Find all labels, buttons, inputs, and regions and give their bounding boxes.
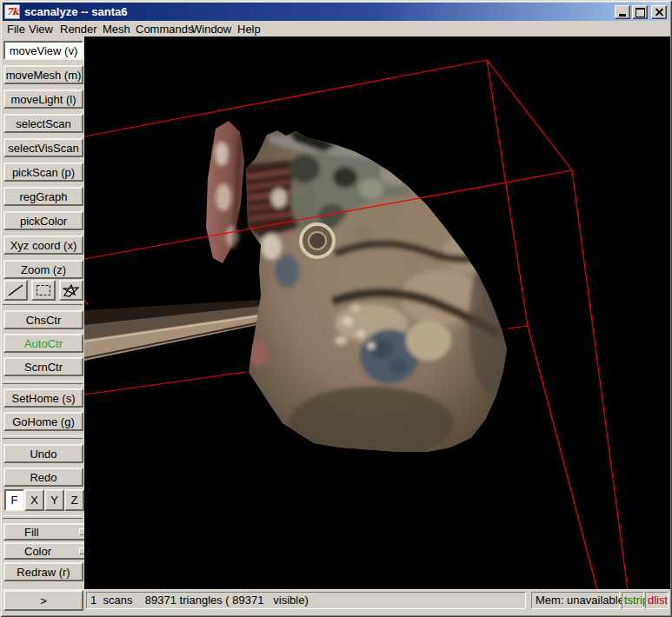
selectvisscan-button[interactable]: selectVisScan [3,138,83,157]
line-tool-button[interactable] [3,280,28,301]
rect-select-button[interactable] [31,280,56,301]
separator [3,302,83,305]
app-icon-glyph: 7k [6,6,17,17]
color-option-label: Color [24,545,51,558]
gohome-button[interactable]: GoHome (g) [3,412,83,431]
mesh-disc [301,224,334,257]
movelight-button[interactable]: moveLight (l) [3,90,83,109]
mesh-horn [206,121,244,263]
close-button[interactable] [651,5,667,19]
xyzcoord-button[interactable]: Xyz coord (x) [3,236,83,255]
expand-button[interactable]: > [3,590,83,611]
pickcolor-button[interactable]: pickColor [3,211,83,230]
polygon-select-button[interactable] [59,280,83,301]
selectscan-button[interactable]: selectScan [3,114,83,133]
beam-prop [84,300,268,361]
title-bar[interactable]: 7k scanalyze -- santa6 [3,3,669,21]
maximize-icon [635,8,645,17]
separator [3,381,83,384]
menu-render[interactable]: Render [60,23,97,36]
moveview-button[interactable]: moveView (v) [3,41,83,60]
autoctr-button[interactable]: AutoCtr [3,334,83,353]
pickscan-button[interactable]: pickScan (p) [3,163,83,182]
movemesh-button[interactable]: moveMesh (m) [3,65,83,84]
minimize-icon [619,14,626,17]
chsctr-button[interactable]: ChsCtr [3,310,83,329]
menu-mesh[interactable]: Mesh [103,23,130,36]
minimize-button[interactable] [615,5,630,19]
window-title: scanalyze -- santa6 [24,5,128,18]
menu-window[interactable]: Window [191,23,231,36]
tool-sidebar: moveView (v) moveMesh (m) moveLight (l) … [3,36,84,589]
status-bar: > 1 scans 89371 triangles ( 89371 visibl… [3,589,669,614]
scan-info-status: 1 scans 89371 triangles ( 89371 visible) [86,592,526,609]
menu-help[interactable]: Help [237,23,261,36]
axis-f-button[interactable]: F [4,489,24,511]
rect-select-icon [36,284,51,296]
sethome-button[interactable]: SetHome (s) [3,388,83,408]
menu-bar: File View Render Mesh Commands Window He… [3,21,669,36]
render-canvas[interactable] [84,36,670,589]
separator [3,435,83,439]
maximize-button[interactable] [632,5,648,19]
undo-button[interactable]: Undo [3,444,83,463]
separator [3,515,83,519]
scrnctr-button[interactable]: ScrnCtr [3,357,83,376]
scan-mesh [84,36,670,589]
menu-view[interactable]: View [29,23,53,36]
redraw-button[interactable]: Redraw (r) [3,562,83,581]
app-icon: 7k [4,4,20,19]
reggraph-button[interactable]: regGraph [3,187,83,206]
axis-z-button[interactable]: Z [64,489,84,511]
axis-y-button[interactable]: Y [44,489,64,511]
zoom-button[interactable]: Zoom (z) [3,260,83,279]
fill-option-label: Fill [24,526,39,539]
line-tool-icon [8,284,23,296]
menu-commands[interactable]: Commands [136,23,193,36]
redo-button[interactable]: Redo [3,468,83,487]
dlist-toggle[interactable]: dlist [645,592,669,609]
close-icon [655,9,664,17]
polygon-select-icon [63,284,80,297]
menu-file[interactable]: File [7,23,25,36]
axis-x-button[interactable]: X [24,489,44,511]
memory-status: Mem: unavailable [531,592,620,609]
tstrip-toggle[interactable]: tstrip [622,592,644,609]
